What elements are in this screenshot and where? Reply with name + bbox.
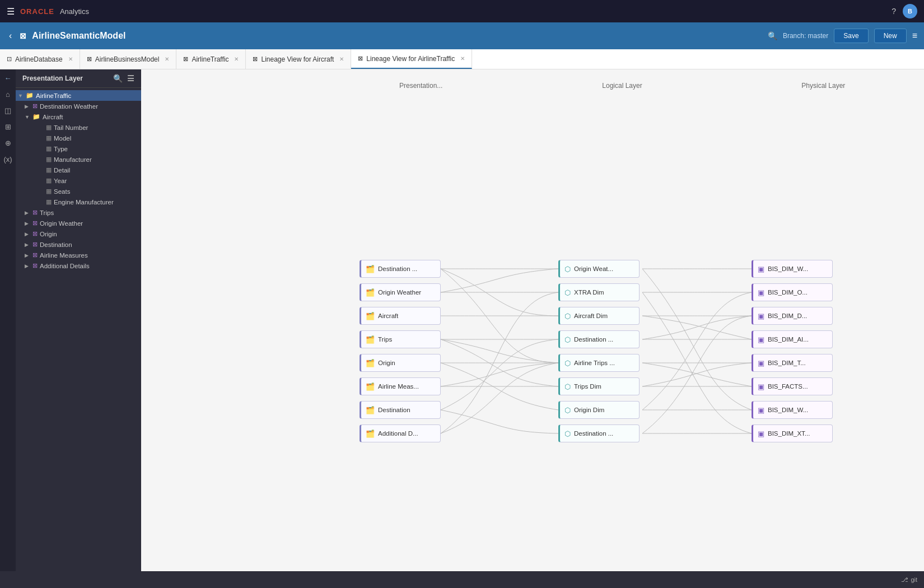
layer-header-physical: Physical Layer [723, 82, 924, 90]
sidebar-item-origin-weather[interactable]: ▶ ⊠ Origin Weather [16, 218, 141, 228]
menu-icon[interactable]: ≡ [912, 31, 917, 41]
node-p5[interactable]: 🗂️ Origin [360, 354, 441, 372]
node-l5[interactable]: ⬡ Airline Trips ... [558, 354, 640, 372]
hamburger-icon[interactable]: ☰ [7, 6, 15, 17]
sidebar-item-year[interactable]: ▦ Year [16, 175, 141, 186]
node-label-l3: Aircraft Dim [574, 312, 608, 319]
caret-icon: ▶ [25, 242, 30, 248]
save-button[interactable]: Save [834, 29, 868, 43]
avatar[interactable]: B [903, 4, 917, 18]
node-label-p1: Destination ... [378, 265, 417, 272]
tree-label: Trips [40, 209, 54, 216]
node-icon-ph2: ▣ [758, 288, 764, 297]
search-icon[interactable]: 🔍 [768, 31, 777, 40]
sidebar-item-tail-number[interactable]: ▦ Tail Number [16, 122, 141, 133]
tree-label: Origin Weather [40, 220, 83, 227]
back-button[interactable]: ‹ [7, 29, 14, 43]
nav-layers-icon[interactable]: ◫ [4, 106, 11, 115]
node-label-ph4: BIS_DIM_AI... [768, 336, 809, 343]
tab-label-lat: Lineage View for AirlineTraffic [366, 55, 455, 63]
node-l7[interactable]: ⬡ Origin Dim [558, 401, 640, 419]
node-l6[interactable]: ⬡ Trips Dim [558, 377, 640, 395]
node-icon-ph6: ▣ [758, 382, 764, 391]
node-label-ph3: BIS_DIM_D... [768, 312, 807, 319]
sidebar-item-origin[interactable]: ▶ ⊠ Origin [16, 228, 141, 239]
tab-close-lat[interactable]: ✕ [460, 55, 465, 62]
nav-back-icon[interactable]: ← [4, 74, 12, 82]
node-ph1[interactable]: ▣ BIS_DIM_W... [752, 260, 833, 278]
column-icon: ▦ [46, 188, 52, 195]
node-icon-p3: 🗂️ [366, 312, 375, 320]
node-ph6[interactable]: ▣ BIS_FACTS... [752, 377, 833, 395]
tab-close-la[interactable]: ✕ [339, 56, 344, 62]
node-ph2[interactable]: ▣ BIS_DIM_O... [752, 283, 833, 301]
top-bar: ☰ ORACLE Analytics ? B [0, 0, 924, 22]
caret-icon: ▼ [18, 93, 24, 99]
layer-header-logical: Logical Layer [521, 82, 722, 90]
sidebar-menu-icon[interactable]: ☰ [127, 74, 134, 83]
node-label-ph2: BIS_DIM_O... [768, 289, 808, 296]
node-icon-l1: ⬡ [564, 265, 571, 273]
node-icon-ph7: ▣ [758, 406, 764, 414]
tree-label: Detail [54, 167, 70, 174]
tab-close-db[interactable]: ✕ [68, 56, 73, 62]
sidebar-search-icon[interactable]: 🔍 [113, 74, 123, 83]
nav-grid-icon[interactable]: ⊞ [5, 123, 11, 131]
node-label-p3: Aircraft [378, 312, 398, 319]
node-ph4[interactable]: ▣ BIS_DIM_AI... [752, 330, 833, 348]
sidebar-item-seats[interactable]: ▦ Seats [16, 186, 141, 197]
sidebar-item-destination[interactable]: ▶ ⊠ Destination [16, 239, 141, 250]
node-p4[interactable]: 🗂️ Trips [360, 330, 441, 348]
node-l3[interactable]: ⬡ Aircraft Dim [558, 307, 640, 325]
node-p7[interactable]: 🗂️ Destination [360, 401, 441, 419]
sidebar-item-aircraft[interactable]: ▼ 📁 Aircraft [16, 111, 141, 122]
tab-icon-lat: ⊠ [358, 55, 363, 62]
node-ph8[interactable]: ▣ BIS_DIM_XT... [752, 424, 833, 442]
node-ph5[interactable]: ▣ BIS_DIM_T... [752, 354, 833, 372]
tab-airlinetraffic[interactable]: ⊠ AirlineTraffic ✕ [176, 49, 246, 69]
tab-lineage-airlinetraffic[interactable]: ⊠ Lineage View for AirlineTraffic ✕ [351, 49, 472, 69]
node-l4[interactable]: ⬡ Destination ... [558, 330, 640, 348]
tab-airlinebusinessmodel[interactable]: ⊠ AirlineBusinessModel ✕ [80, 49, 177, 69]
sidebar-item-manufacturer[interactable]: ▦ Manufacturer [16, 154, 141, 165]
node-p8[interactable]: 🗂️ Additional D... [360, 424, 441, 442]
tree-label: Airline Measures [40, 252, 88, 259]
tab-bar: ⊡ AirlineDatabase ✕ ⊠ AirlineBusinessMod… [0, 49, 924, 69]
sidebar-item-destination-weather[interactable]: ▶ ⊠ Destination Weather [16, 101, 141, 111]
new-button[interactable]: New [874, 29, 907, 43]
tab-airlinedatabase[interactable]: ⊡ AirlineDatabase ✕ [0, 49, 80, 69]
tab-label-bm: AirlineBusinessModel [95, 55, 160, 63]
sidebar-panel: Presentation Layer 🔍 ☰ ▼ 📁 AirlineTraffi… [16, 69, 141, 571]
sidebar-item-model[interactable]: ▦ Model [16, 133, 141, 143]
sidebar-item-trips[interactable]: ▶ ⊠ Trips [16, 207, 141, 218]
nav-connect-icon[interactable]: ⊕ [5, 139, 11, 147]
tab-lineage-aircraft[interactable]: ⊠ Lineage View for Aircraft ✕ [246, 49, 351, 69]
nav-home-icon[interactable]: ⌂ [6, 90, 10, 99]
sidebar-item-type[interactable]: ▦ Type [16, 143, 141, 154]
sidebar-item-additional-details[interactable]: ▶ ⊠ Additional Details [16, 260, 141, 271]
node-ph7[interactable]: ▣ BIS_DIM_W... [752, 401, 833, 419]
column-icon: ▦ [46, 156, 52, 163]
node-p2[interactable]: 🗂️ Origin Weather [360, 283, 441, 301]
node-icon-p4: 🗂️ [366, 335, 375, 344]
nav-formula-icon[interactable]: (x) [3, 155, 12, 164]
model-title: AirlineSemanticModel [32, 31, 125, 41]
help-icon[interactable]: ? [892, 7, 896, 16]
sidebar-item-detail[interactable]: ▦ Detail [16, 165, 141, 175]
node-l8[interactable]: ⬡ Destination ... [558, 424, 640, 442]
tree-label: Manufacturer [54, 156, 92, 163]
node-p3[interactable]: 🗂️ Aircraft [360, 307, 441, 325]
tab-close-at[interactable]: ✕ [234, 56, 239, 62]
sidebar-item-engine-manufacturer[interactable]: ▦ Engine Manufacturer [16, 197, 141, 207]
node-p6[interactable]: 🗂️ Airline Meas... [360, 377, 441, 395]
node-p1[interactable]: 🗂️ Destination ... [360, 260, 441, 278]
app-title: Analytics [60, 7, 89, 16]
tab-close-bm[interactable]: ✕ [165, 56, 169, 62]
sidebar-item-airlinetraffic[interactable]: ▼ 📁 AirlineTraffic [16, 90, 141, 101]
node-ph3[interactable]: ▣ BIS_DIM_D... [752, 307, 833, 325]
sidebar-item-airline-measures[interactable]: ▶ ⊠ Airline Measures [16, 250, 141, 260]
git-badge[interactable]: ⎇ git [901, 576, 917, 584]
tree-label: Destination Weather [40, 103, 98, 110]
node-l2[interactable]: ⬡ XTRA Dim [558, 283, 640, 301]
node-l1[interactable]: ⬡ Origin Weat... [558, 260, 640, 278]
